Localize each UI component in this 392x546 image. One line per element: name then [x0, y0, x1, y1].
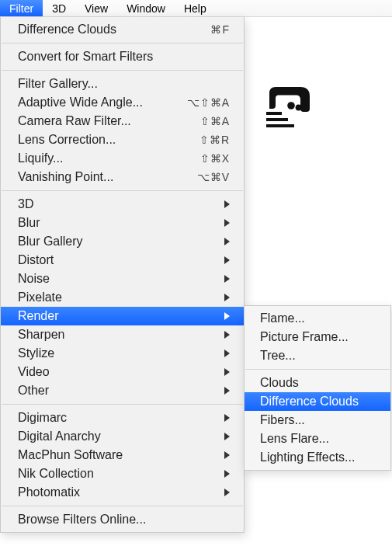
menu-item-stylize[interactable]: Stylize	[1, 344, 244, 363]
menu-item-vanishing-point[interactable]: Vanishing Point... ⌥⌘V	[1, 168, 244, 186]
menubar-label: Help	[184, 2, 206, 15]
menu-separator	[2, 506, 243, 506]
menu-label: Stylize	[18, 346, 218, 360]
menu-label: 3D	[18, 197, 218, 211]
submenu-arrow-icon	[224, 312, 230, 320]
menu-shortcut: ⇧⌘R	[199, 134, 230, 146]
menu-separator	[2, 70, 243, 71]
menu-separator	[2, 404, 243, 405]
menu-item-3d[interactable]: 3D	[1, 195, 244, 214]
menu-label: Render	[18, 309, 218, 323]
menubar-item-3d[interactable]: 3D	[43, 0, 75, 16]
menu-item-camera-raw-filter[interactable]: Camera Raw Filter... ⇧⌘A	[1, 112, 244, 130]
submenu-arrow-icon	[224, 451, 230, 459]
menu-item-photomatix[interactable]: Photomatix	[1, 483, 244, 502]
menu-item-noise[interactable]: Noise	[1, 270, 244, 288]
menu-label: Digital Anarchy	[18, 429, 218, 443]
menubar: Filter 3D View Window Help	[0, 0, 392, 17]
submenu-arrow-icon	[224, 387, 230, 395]
submenu-label: Difference Clouds	[260, 395, 359, 408]
menu-label: Sharpen	[18, 328, 218, 342]
menu-shortcut: ⌥⌘V	[197, 171, 230, 183]
submenu-label: Fibers...	[260, 413, 305, 426]
menu-item-other[interactable]: Other	[1, 381, 244, 400]
menubar-item-window[interactable]: Window	[117, 0, 175, 16]
menu-shortcut: ⇧⌘X	[200, 152, 230, 165]
submenu-arrow-icon	[224, 275, 230, 283]
menu-label: Photomatix	[18, 485, 218, 499]
menu-item-blur[interactable]: Blur	[1, 214, 244, 232]
menu-item-filter-gallery[interactable]: Filter Gallery...	[1, 75, 244, 93]
submenu-arrow-icon	[224, 294, 230, 301]
menu-item-pixelate[interactable]: Pixelate	[1, 288, 244, 307]
menu-item-digital-anarchy[interactable]: Digital Anarchy	[1, 427, 244, 446]
menu-item-macphun-software[interactable]: MacPhun Software	[1, 446, 244, 464]
submenu-item-clouds[interactable]: Clouds	[245, 374, 390, 392]
menu-label: Distort	[18, 253, 218, 267]
svg-point-1	[296, 104, 302, 110]
menu-label: Adaptive Wide Angle...	[18, 96, 187, 110]
menu-label: Blur	[18, 216, 218, 230]
menu-item-browse-filters-online[interactable]: Browse Filters Online...	[1, 510, 244, 529]
menu-item-render[interactable]: Render	[1, 307, 244, 325]
submenu-arrow-icon	[224, 256, 230, 264]
menu-shortcut: ⇧⌘A	[200, 115, 230, 127]
menu-item-sharpen[interactable]: Sharpen	[1, 325, 244, 344]
menu-item-digimarc[interactable]: Digimarc	[1, 409, 244, 427]
menu-label: Vanishing Point...	[18, 170, 197, 184]
menu-label: Video	[18, 365, 218, 379]
menu-label: Browse Filters Online...	[18, 513, 230, 527]
submenu-item-tree[interactable]: Tree...	[245, 346, 390, 365]
submenu-item-fibers[interactable]: Fibers...	[245, 411, 390, 429]
logo-svg	[260, 78, 322, 140]
menu-label: Convert for Smart Filters	[18, 50, 230, 64]
submenu-arrow-icon	[224, 470, 230, 478]
menu-item-difference-clouds[interactable]: Difference Clouds ⌘F	[1, 20, 244, 39]
submenu-item-lighting-effects[interactable]: Lighting Effects...	[245, 448, 390, 467]
menu-separator	[2, 190, 243, 191]
submenu-arrow-icon	[224, 350, 230, 357]
menu-label: Blur Gallery	[18, 235, 218, 249]
menubar-item-help[interactable]: Help	[175, 0, 216, 16]
menu-item-lens-correction[interactable]: Lens Correction... ⇧⌘R	[1, 130, 244, 149]
menubar-item-view[interactable]: View	[75, 0, 117, 16]
menu-item-adaptive-wide-angle[interactable]: Adaptive Wide Angle... ⌥⇧⌘A	[1, 93, 244, 112]
menu-item-nik-collection[interactable]: Nik Collection	[1, 464, 244, 483]
submenu-arrow-icon	[224, 200, 230, 208]
submenu-arrow-icon	[224, 489, 230, 496]
menu-separator	[2, 43, 243, 43]
submenu-arrow-icon	[224, 238, 230, 245]
watermark-logo-icon	[260, 78, 322, 140]
submenu-label: Lighting Effects...	[260, 450, 355, 464]
menubar-label: Window	[127, 2, 165, 15]
menu-item-blur-gallery[interactable]: Blur Gallery	[1, 232, 244, 251]
menu-label: Filter Gallery...	[18, 77, 230, 91]
submenu-arrow-icon	[224, 414, 230, 422]
submenu-arrow-icon	[224, 433, 230, 440]
svg-point-0	[287, 102, 295, 110]
submenu-item-difference-clouds[interactable]: Difference Clouds	[245, 392, 390, 411]
menubar-item-filter[interactable]: Filter	[0, 0, 43, 16]
menu-label: Digimarc	[18, 411, 218, 425]
menu-item-convert-smart-filters[interactable]: Convert for Smart Filters	[1, 47, 244, 66]
submenu-item-flame[interactable]: Flame...	[245, 309, 390, 328]
render-submenu: Flame... Picture Frame... Tree... Clouds…	[244, 305, 391, 471]
menu-label: Lens Correction...	[18, 133, 199, 147]
submenu-item-picture-frame[interactable]: Picture Frame...	[245, 328, 390, 346]
submenu-arrow-icon	[224, 219, 230, 227]
menu-separator	[245, 369, 390, 370]
menu-item-video[interactable]: Video	[1, 363, 244, 381]
menu-label: Other	[18, 384, 218, 398]
submenu-label: Lens Flare...	[260, 432, 329, 445]
filter-dropdown: Difference Clouds ⌘F Convert for Smart F…	[0, 17, 245, 533]
submenu-label: Clouds	[260, 376, 299, 389]
menu-label: Difference Clouds	[18, 23, 210, 37]
menu-shortcut: ⌥⇧⌘A	[187, 96, 230, 109]
menu-label: MacPhun Software	[18, 448, 218, 462]
menu-label: Liquify...	[18, 151, 200, 165]
menu-item-liquify[interactable]: Liquify... ⇧⌘X	[1, 149, 244, 168]
submenu-arrow-icon	[224, 368, 230, 376]
menubar-label: 3D	[52, 2, 66, 15]
submenu-item-lens-flare[interactable]: Lens Flare...	[245, 429, 390, 448]
menu-item-distort[interactable]: Distort	[1, 251, 244, 270]
